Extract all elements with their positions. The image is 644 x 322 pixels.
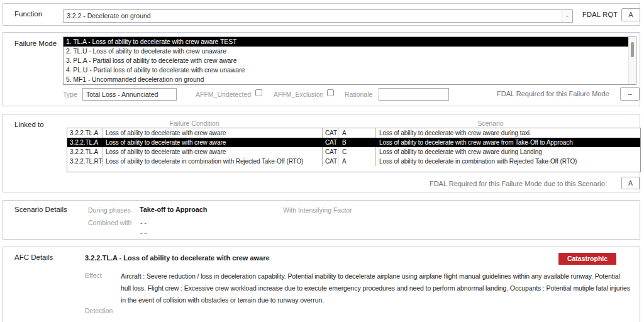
fdal-rqt-label: FDAL RQT — [582, 11, 618, 18]
cell-failure-condition: Loss of ability to decelerate in combina… — [103, 157, 323, 166]
rationale-label: Rationale — [345, 91, 372, 98]
table-row[interactable]: 3.2.2.TL.A Loss of ability to decelerate… — [67, 147, 640, 157]
type-label: Type — [63, 91, 77, 98]
cell-cat: CAT — [323, 138, 338, 147]
cell-id: 3.2.2.TL.RTO — [67, 157, 103, 166]
during-phases-value: Take-off to Approach — [140, 206, 207, 213]
cell-id: 3.2.2.TL.A — [67, 147, 103, 157]
fdal-failure-mode-label: FDAL Required for this Failure Mode — [497, 90, 609, 97]
cell-level: B — [338, 138, 376, 147]
rationale-input[interactable] — [379, 88, 449, 101]
fdal-failure-mode-value-box: -- — [620, 87, 640, 101]
fdal-scenario-label: FDAL Required for this Failure Mode due … — [377, 180, 607, 187]
affm-undetected-checkbox[interactable] — [255, 89, 262, 96]
failure-mode-list-item[interactable]: 4. PL.U - Partial loss of ability to dec… — [64, 65, 628, 75]
function-dropdown-value: 3.2.2 - Decelerate on ground — [67, 12, 151, 19]
fdal-analysis-page: Function 3.2.2 - Decelerate on ground ⌄ … — [0, 0, 644, 322]
type-input[interactable] — [82, 88, 177, 101]
cell-failure-condition: Loss of ability to decelerate with crew … — [103, 128, 323, 138]
during-phases-label: During phases — [88, 206, 131, 214]
failure-mode-list-item[interactable]: 1. TL.A - Loss of ability to decelerate … — [64, 37, 628, 47]
cell-failure-condition: Loss of ability to decelerate with crew … — [103, 147, 323, 157]
failure-mode-list-item[interactable]: 3. PL.A - Partial loss of ability to dec… — [64, 56, 628, 65]
listbox-scrollbar[interactable] — [628, 37, 636, 84]
effect-text: Aircraft : Severe reduction / loss in de… — [121, 270, 631, 306]
cell-failure-condition: Loss of ability to decelerate with crew … — [103, 138, 323, 147]
table-row[interactable]: 3.2.2.TL.RTO Loss of ability to decelera… — [67, 157, 640, 166]
combined-with-value-1: - - — [140, 219, 147, 226]
cell-cat: CAT — [323, 147, 338, 157]
intensifying-factor-label: With Intensifying Factor — [283, 206, 352, 214]
failure-mode-list-item[interactable]: 5. MF1 - Uncommanded deceleration on gro… — [64, 75, 628, 84]
cell-scenario: Loss of ability to decelerate in combina… — [376, 157, 640, 166]
table-row[interactable]: 3.2.2.TL.A Loss of ability to decelerate… — [67, 138, 640, 147]
cell-cat: CAT — [323, 128, 338, 138]
scenario-details-label: Scenario Details — [14, 206, 67, 213]
failure-mode-list-item[interactable]: 2. TL.U - Loss of ability to decelerate … — [64, 47, 628, 56]
cell-scenario: Loss of ability to decelerate with crew … — [376, 138, 640, 147]
scenario-details-section: Scenario Details During phases Take-off … — [3, 200, 640, 240]
cell-level: C — [338, 147, 376, 157]
affm-exclusion-checkbox[interactable] — [327, 89, 334, 96]
failure-mode-label: Failure Mode — [14, 40, 57, 47]
failure-mode-section: Failure Mode 1. TL.A - Loss of ability t… — [3, 32, 640, 106]
failure-condition-table: 3.2.2.TL.A Loss of ability to decelerate… — [67, 128, 641, 172]
afc-title: 3.2.2.TL.A - Loss of ability to decelera… — [85, 254, 270, 262]
detection-label: Detection — [85, 307, 113, 314]
chevron-down-icon: ⌄ — [562, 10, 572, 22]
scenario-header: Scenario — [375, 119, 606, 127]
listbox-scrollbar-thumb[interactable] — [631, 42, 634, 57]
combined-with-label: Combined with — [88, 219, 131, 226]
cell-cat: CAT — [323, 157, 338, 166]
failure-condition-header: Failure Condition — [67, 119, 322, 127]
cell-id: 3.2.2.TL.A — [67, 128, 103, 138]
fdal-scenario-value-box: A — [621, 177, 640, 189]
affm-exclusion-label: AFFM_Exclusion — [274, 91, 323, 98]
severity-badge: Catastrophic — [558, 253, 616, 265]
linked-to-label: Linked to — [14, 121, 44, 128]
effect-label: Effect — [85, 272, 102, 279]
cell-scenario: Loss of ability to decelerate with crew … — [376, 128, 640, 138]
fdal-rqt-value-box: A — [621, 8, 640, 21]
failure-mode-listbox: 1. TL.A - Loss of ability to decelerate … — [63, 36, 636, 85]
afc-details-label: AFC Details — [14, 253, 53, 261]
table-row[interactable]: 3.2.2.TL.A Loss of ability to decelerate… — [67, 128, 640, 138]
cell-level: A — [338, 128, 376, 138]
combined-with-value-2: - - — [140, 229, 147, 236]
afc-details-section: AFC Details 3.2.2.TL.A - Loss of ability… — [3, 247, 640, 322]
linked-to-section: Linked to Failure Condition Scenario 3.2… — [3, 114, 640, 192]
cell-id: 3.2.2.TL.A — [67, 138, 103, 147]
function-section: Function 3.2.2 - Decelerate on ground ⌄ … — [3, 3, 640, 26]
function-label: Function — [14, 10, 42, 18]
function-dropdown[interactable]: 3.2.2 - Decelerate on ground ⌄ — [63, 9, 573, 23]
affm-undetected-label: AFFM_Undetected — [196, 91, 251, 98]
cell-level: A — [338, 157, 376, 166]
cell-scenario: Loss of ability to decelerate with crew … — [376, 147, 640, 157]
